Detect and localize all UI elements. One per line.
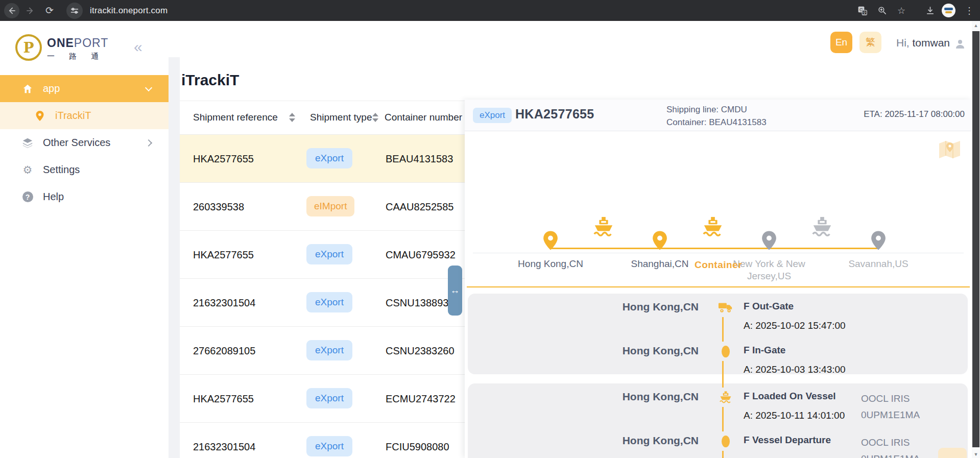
event-title: F Vessel Departure: [744, 435, 831, 446]
cell-container-number: BEAU4131583: [386, 153, 453, 165]
route-line: [551, 248, 877, 249]
scrollbar-thumb[interactable]: [972, 31, 979, 447]
event-time: A: 2025-10-11 14:01:00: [744, 410, 845, 421]
sidebar-item-itrackit[interactable]: iTrackiT: [0, 102, 169, 129]
cell-shipment-reference: 260339538: [193, 201, 244, 213]
truck-icon: [712, 298, 739, 317]
event-location: Hong Kong,CN: [468, 435, 699, 447]
sidebar-item-settings[interactable]: ⚙ Settings: [0, 156, 169, 183]
cell-shipment-reference: 21632301504: [193, 441, 255, 453]
col-header-shipment-type[interactable]: Shipment type: [310, 112, 372, 123]
forward-icon[interactable]: [22, 3, 38, 18]
vessel-icon-active: [592, 216, 615, 237]
divider: [473, 253, 964, 253]
stop-pin-inactive[interactable]: [869, 230, 888, 251]
shipment-type-badge: eXport: [473, 108, 512, 123]
translate-icon[interactable]: G文: [855, 3, 870, 18]
cell-container-number: CSNU2383260: [386, 345, 455, 357]
sort-icon[interactable]: [372, 113, 378, 122]
app-window: ⟳ itrackit.oneport.com G文 ☆ ⋮ P ONEPORT …: [0, 0, 980, 458]
sidebar-item-other-services[interactable]: Other Services: [0, 129, 169, 156]
sidebar-item-label: Help: [43, 191, 64, 203]
event-row: Hong Kong,CN F Out-Gate A: 2025-10-02 15…: [468, 301, 968, 342]
event-row: Hong Kong,CN F Vessel Departure OOCL IRI…: [468, 435, 968, 458]
menu-dots-icon[interactable]: ⋮: [962, 3, 977, 18]
sidebar-item-app[interactable]: app: [0, 75, 169, 102]
shipment-type-badge: eXport: [306, 388, 352, 408]
username: tomwan: [913, 37, 950, 49]
section-underline: [467, 286, 970, 287]
col-header-container-number[interactable]: Container number: [385, 112, 462, 123]
oneport-logo[interactable]: P: [15, 34, 42, 61]
bookmark-star-icon[interactable]: ☆: [894, 3, 909, 18]
gear-icon: ⚙: [21, 164, 34, 176]
cell-container-number: CSNU1388930: [386, 297, 455, 309]
sidebar-item-label: iTrackiT: [55, 110, 91, 122]
user-greeting[interactable]: Hi, tomwan: [896, 37, 950, 49]
sidebar-item-help[interactable]: ? Help: [0, 183, 169, 210]
container-section-title: Container: [465, 259, 972, 271]
event-row: Hong Kong,CN F Loaded On Vessel A: 2025-…: [468, 391, 968, 431]
cell-container-number: FCIU5908080: [386, 441, 449, 453]
scroll-corner-button[interactable]: [938, 448, 967, 458]
cell-container-number: CAAU8252585: [386, 201, 453, 213]
cell-shipment-reference: HKA2577655: [193, 249, 254, 261]
language-zh-button[interactable]: 繁: [859, 32, 881, 53]
page-scrollbar[interactable]: ▲ ▼: [972, 21, 980, 458]
panel-resize-handle[interactable]: ↔: [448, 266, 462, 316]
back-icon[interactable]: [4, 3, 19, 18]
event-location: Hong Kong,CN: [468, 345, 699, 357]
address-bar[interactable]: itrackit.oneport.com: [90, 6, 168, 16]
cell-shipment-reference: HKA2577655: [193, 393, 254, 405]
sidebar-item-label: Other Services: [43, 137, 110, 149]
shipment-type-badge: eXport: [306, 244, 352, 264]
shipment-type-badge: eIMport: [306, 196, 354, 216]
dot-icon: [712, 431, 739, 451]
shipment-detail-panel: eXport HKA2577655 Shipping line: CMDU Co…: [465, 100, 972, 458]
event-time: A: 2025-10-03 13:43:00: [744, 364, 846, 375]
route-timeline: Hong Kong,CN Shanghai,CN New York & New …: [465, 161, 972, 248]
col-header-shipment-reference[interactable]: Shipment reference: [193, 112, 278, 123]
eta-label: ETA: 2025-11-17 08:00:00: [864, 109, 965, 119]
site-info-icon[interactable]: [66, 3, 83, 19]
cell-shipment-reference: 27662089105: [193, 345, 255, 357]
language-en-button[interactable]: En: [830, 32, 852, 53]
event-row: Hong Kong,CN F In-Gate A: 2025-10-03 13:…: [468, 345, 968, 385]
event-location: Hong Kong,CN: [468, 301, 699, 313]
stop-pin-active[interactable]: [650, 230, 670, 251]
scroll-down-icon[interactable]: ▼: [972, 452, 980, 457]
reload-icon[interactable]: ⟳: [42, 3, 57, 18]
vessel-icon-inactive: [810, 216, 834, 237]
scroll-up-icon[interactable]: ▲: [972, 23, 980, 28]
download-icon[interactable]: [922, 3, 938, 18]
event-card: Hong Kong,CN F Loaded On Vessel A: 2025-…: [468, 383, 968, 458]
sidebar-item-label: app: [43, 83, 60, 94]
panel-header: eXport HKA2577655 Shipping line: CMDU Co…: [465, 100, 972, 131]
sidebar-collapse-icon[interactable]: «: [134, 38, 142, 56]
dot-icon: [712, 342, 739, 361]
sidebar-item-label: Settings: [43, 164, 80, 176]
page-title: iTrackiT: [181, 71, 239, 89]
user-icon[interactable]: [954, 38, 966, 52]
stop-pin-active[interactable]: [541, 230, 560, 251]
event-card: Hong Kong,CN F Out-Gate A: 2025-10-02 15…: [468, 294, 968, 374]
vessel-icon-active: [701, 216, 725, 237]
zoom-icon[interactable]: [874, 3, 890, 18]
stop-pin-inactive[interactable]: [759, 230, 779, 251]
cell-shipment-reference: 21632301504: [193, 297, 255, 309]
event-vessel: OOCL IRIS 0UPM1E1MA: [861, 435, 920, 458]
cell-container-number: ECMU2743722: [386, 393, 456, 405]
event-title: F In-Gate: [744, 345, 785, 356]
ship-icon: [712, 388, 739, 407]
layout-gutter: [169, 57, 180, 458]
map-icon[interactable]: [938, 138, 962, 162]
home-icon: [21, 83, 34, 94]
profile-avatar[interactable]: [942, 4, 955, 17]
chevron-right-icon: [145, 139, 152, 147]
sort-icon[interactable]: [289, 113, 295, 122]
layers-icon: [21, 137, 34, 149]
event-title: F Out-Gate: [744, 301, 794, 312]
shipment-type-badge: eXport: [306, 436, 352, 456]
event-time: A: 2025-10-02 15:47:00: [744, 320, 846, 331]
chevron-down-icon: [145, 84, 152, 91]
